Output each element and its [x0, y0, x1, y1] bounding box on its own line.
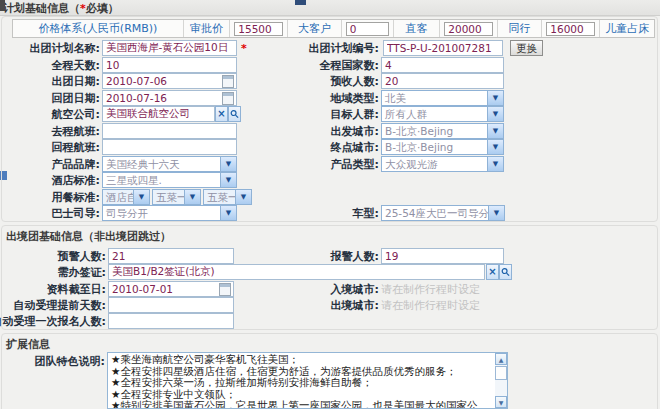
visa-clear-icon[interactable]: × — [486, 264, 499, 280]
doc-deadline-label: 资料截至日: — [47, 282, 106, 297]
dropdown-arrow-icon: ▼ — [487, 91, 503, 105]
vehicle-type-select-value: 25-54座大巴一司导分开 — [382, 206, 488, 220]
product-type-select-value: 大众观光游 — [382, 157, 487, 171]
bus-guide-select[interactable]: 司导分开▼ — [102, 205, 237, 221]
meal-standard-2-value: 五菜一汤 — [153, 190, 184, 204]
dropdown-arrow-icon: ▼ — [184, 190, 200, 204]
product-type-select[interactable]: 大众观光游▼ — [381, 156, 504, 172]
outbound-flight-label: 去程航班: — [52, 124, 100, 139]
plan-name-input[interactable] — [102, 40, 237, 56]
scroll-down-icon[interactable]: ▼ — [495, 396, 507, 408]
visa-input[interactable] — [108, 264, 485, 280]
region-type-label: 地域类型: — [331, 91, 379, 106]
doc-deadline-calendar-icon[interactable] — [219, 283, 231, 296]
dropdown-arrow-icon: ▼ — [235, 190, 251, 204]
entry-city-hint: 请在制作行程时设定 — [381, 282, 480, 297]
direct-price-input[interactable] — [444, 22, 492, 36]
dropdown-arrow-icon: ▼ — [487, 124, 503, 138]
product-type-label: 产品类型: — [331, 157, 379, 172]
return-date-label: 回团日期: — [52, 91, 100, 106]
target-group-label: 目标人群: — [331, 107, 379, 122]
price-key-account-label: 大客户 — [287, 20, 341, 37]
page-title: 计划基础信息（*必填） — [3, 1, 119, 16]
screenshot-artifact-top-middle — [295, 0, 306, 5]
warn-people-input[interactable] — [108, 248, 234, 264]
price-system-label: 价格体系(人民币(RMB)) — [13, 20, 183, 37]
change-code-button[interactable]: 更换 — [510, 40, 543, 56]
airline-input[interactable] — [102, 106, 215, 122]
auto-accept-people-label: 自动受理一次报名人数: — [0, 314, 106, 329]
depart-date-calendar-icon[interactable] — [222, 75, 234, 88]
price-table: 价格体系(人民币(RMB)) 审批价 大客户 直客 同行 儿童占床 — [12, 19, 655, 38]
scroll-up-icon[interactable]: ▲ — [495, 353, 507, 365]
dropdown-arrow-icon: ▼ — [487, 157, 503, 171]
team-feature-textarea[interactable]: ★乘坐海南航空公司豪华客机飞往美国； ★全程安排四星级酒店住宿，住宿更为舒适，为… — [107, 352, 508, 409]
doc-deadline-input[interactable] — [108, 281, 234, 297]
depart-city-select-value: B-北京·Bejing — [382, 124, 487, 138]
meal-standard-select-3[interactable]: 五菜一汤▼ — [203, 189, 252, 205]
screenshot-artifact-top-left — [0, 0, 5, 11]
price-child-bed-label: 儿童占床 — [599, 20, 654, 37]
dropdown-arrow-icon: ▼ — [220, 157, 236, 171]
price-approval-cell — [229, 20, 287, 37]
peer-price-input[interactable] — [546, 22, 594, 36]
bus-guide-select-value: 司导分开 — [103, 206, 220, 220]
airline-search-icon[interactable] — [228, 106, 241, 122]
hotel-standard-select[interactable]: 三星或四星.▼ — [102, 172, 237, 188]
dropdown-arrow-icon: ▼ — [133, 190, 149, 204]
meal-standard-select-2[interactable]: 五菜一汤▼ — [152, 189, 201, 205]
visa-search-icon[interactable] — [499, 264, 512, 280]
depart-city-select[interactable]: B-北京·Bejing▼ — [381, 123, 504, 139]
return-flight-label: 回程航班: — [52, 140, 100, 155]
visa-label: 需办签证: — [58, 265, 106, 280]
dropdown-arrow-icon: ▼ — [487, 107, 503, 121]
vehicle-type-label: 车型: — [353, 206, 379, 221]
alarm-people-input[interactable] — [381, 248, 504, 264]
tour-plan-form: 计划基础信息（*必填） 价格体系(人民币(RMB)) 审批价 大客户 直客 同行… — [0, 0, 660, 409]
entry-city-label: 入境城市: — [331, 282, 379, 297]
warn-people-label: 预警人数: — [58, 249, 106, 264]
dropdown-arrow-icon: ▼ — [487, 140, 503, 154]
section-header-plan-basic: 计划基础信息（*必填） — [0, 0, 660, 16]
meal-standard-3-value: 五菜一汤 — [204, 190, 235, 204]
return-date-calendar-icon[interactable] — [222, 92, 234, 105]
region-type-select[interactable]: 北美▼ — [381, 90, 504, 106]
total-days-input[interactable] — [102, 57, 237, 73]
exit-city-label: 出境城市: — [331, 298, 379, 313]
bus-guide-label: 巴士司导: — [52, 206, 100, 221]
total-days-label: 全程天数: — [52, 58, 100, 73]
approval-price-input[interactable] — [234, 22, 282, 36]
price-peer-cell — [541, 20, 599, 37]
outbound-flight-input[interactable] — [102, 123, 237, 139]
dropdown-arrow-icon: ▼ — [488, 206, 504, 220]
auto-accept-people-input[interactable] — [108, 313, 234, 329]
end-city-select[interactable]: B-北京·Bejing▼ — [381, 139, 504, 155]
dropdown-arrow-icon: ▼ — [220, 173, 236, 187]
depart-date-input[interactable] — [102, 73, 237, 89]
brand-select[interactable]: 美国经典十六天▼ — [102, 156, 237, 172]
expected-people-label: 预收人数: — [331, 74, 379, 89]
vehicle-type-select[interactable]: 25-54座大巴一司导分开▼ — [381, 205, 505, 221]
return-flight-input[interactable] — [102, 139, 237, 155]
airline-label: 航空公司: — [52, 107, 100, 122]
alarm-people-label: 报警人数: — [331, 249, 379, 264]
total-countries-input[interactable] — [381, 57, 504, 73]
target-group-select-value: 所有人群 — [382, 107, 487, 121]
brand-select-value: 美国经典十六天 — [103, 157, 220, 171]
plan-code-input[interactable] — [383, 40, 503, 56]
price-direct-cell — [439, 20, 497, 37]
total-countries-label: 全程国家数: — [320, 58, 379, 73]
key-account-price-input[interactable] — [346, 22, 389, 36]
plan-name-required-star: * — [241, 42, 247, 55]
meal-standard-select-1[interactable]: 酒店自助▼ — [102, 189, 150, 205]
textarea-scrollbar[interactable]: ▲ ▼ — [495, 353, 507, 408]
depart-date-label: 出团日期: — [52, 74, 100, 89]
meal-standard-1-value: 酒店自助 — [103, 190, 133, 204]
target-group-select[interactable]: 所有人群▼ — [381, 106, 504, 122]
airline-clear-icon[interactable]: × — [215, 106, 228, 122]
auto-accept-days-input[interactable] — [108, 297, 234, 313]
scrollbar-thumb[interactable] — [495, 366, 507, 380]
expected-people-input[interactable] — [381, 73, 504, 89]
auto-accept-days-label: 自动受理提前天数: — [14, 298, 106, 313]
return-date-input[interactable] — [102, 90, 237, 106]
